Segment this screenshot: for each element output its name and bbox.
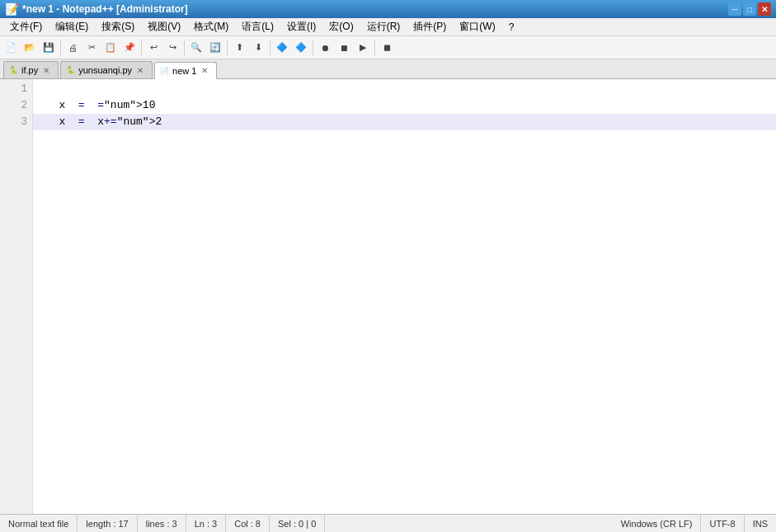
menu-item-l[interactable]: 语言(L) xyxy=(235,18,280,35)
menu-bar: 文件(F)编辑(E)搜索(S)视图(V)格式(M)语言(L)设置(I)宏(O)运… xyxy=(0,18,776,36)
status-bar: Normal text file length : 17 lines : 3 L… xyxy=(0,514,776,532)
title-bar: 📝 *new 1 - Notepad++ [Administrator] ─ □… xyxy=(0,0,776,18)
status-encoding: Windows (CR LF) xyxy=(613,515,702,532)
toolbar-btn-find[interactable]: 🔍 xyxy=(187,39,205,57)
editor-area: 123 x = ="num">10 x = x+="num">2 xyxy=(0,79,776,514)
code-line: x = ="num">10 xyxy=(33,97,776,114)
menu-item-[interactable]: ? xyxy=(502,20,521,35)
status-filetype: Normal text file xyxy=(0,515,78,532)
toolbar: 📄📂💾🖨✂📋📌↩↪🔍🔄⬆⬇🔷🔷⏺⏹▶◼ xyxy=(0,36,776,59)
maximize-button[interactable]: □ xyxy=(743,2,756,16)
status-sel: Sel : 0 | 0 xyxy=(270,515,325,532)
toolbar-btn-save[interactable]: 💾 xyxy=(40,39,58,57)
line-numbers: 123 xyxy=(0,79,33,514)
toolbar-btn-play[interactable]: ▶ xyxy=(354,39,372,57)
toolbar-btn-redo[interactable]: ↪ xyxy=(163,39,181,57)
tab-ifpy[interactable]: 🐍if.py✕ xyxy=(3,61,59,78)
menu-item-m[interactable]: 格式(M) xyxy=(187,18,235,35)
tab-label: new 1 xyxy=(172,66,196,76)
menu-item-s[interactable]: 搜索(S) xyxy=(95,18,141,35)
toolbar-btn-paste[interactable]: 📌 xyxy=(120,39,139,57)
toolbar-btn-print[interactable]: 🖨 xyxy=(63,39,82,57)
menu-item-f[interactable]: 文件(F) xyxy=(3,18,49,35)
toolbar-btn-record[interactable]: ⏺ xyxy=(316,39,334,57)
status-ln: Ln : 3 xyxy=(186,515,227,532)
menu-item-r[interactable]: 运行(R) xyxy=(360,18,407,35)
tab-label: yunsuanqi.py xyxy=(78,65,132,75)
title-bar-controls[interactable]: ─ □ ✕ xyxy=(728,2,771,16)
toolbar-separator xyxy=(184,40,185,55)
code-line: x = x+="num">2 xyxy=(33,114,776,130)
toolbar-btn-zoom-out[interactable]: 🔷 xyxy=(292,39,310,57)
minimize-button[interactable]: ─ xyxy=(728,2,741,16)
text-file-icon: 📄 xyxy=(160,67,169,75)
toolbar-btn-replace[interactable]: 🔄 xyxy=(206,39,224,57)
code-content[interactable]: x = ="num">10 x = x+="num">2 xyxy=(33,79,776,514)
code-line xyxy=(33,81,776,97)
menu-item-v[interactable]: 视图(V) xyxy=(141,18,187,35)
menu-item-p[interactable]: 插件(P) xyxy=(407,18,453,35)
toolbar-separator xyxy=(374,40,375,55)
tab-label: if.py xyxy=(21,65,38,75)
app-icon: 📝 xyxy=(5,2,19,16)
toolbar-separator xyxy=(60,40,61,55)
tab-close-button[interactable]: ✕ xyxy=(135,65,145,75)
menu-item-w[interactable]: 窗口(W) xyxy=(453,18,501,35)
python-file-icon: 🐍 xyxy=(9,66,18,74)
toolbar-separator xyxy=(270,40,270,55)
toolbar-btn-new[interactable]: 📄 xyxy=(2,39,20,57)
window-title: *new 1 - Notepad++ [Administrator] xyxy=(22,3,188,15)
menu-item-e[interactable]: 编辑(E) xyxy=(49,18,95,35)
close-button[interactable]: ✕ xyxy=(758,2,771,16)
menu-item-o[interactable]: 宏(O) xyxy=(322,18,360,35)
toolbar-btn-up[interactable]: ⬆ xyxy=(230,39,248,57)
python-file-icon: 🐍 xyxy=(66,66,75,74)
status-charset: UTF-8 xyxy=(701,515,744,532)
toolbar-btn-open[interactable]: 📂 xyxy=(21,39,39,57)
line-number: 3 xyxy=(0,114,27,130)
status-lines: lines : 3 xyxy=(138,515,186,532)
tab-close-button[interactable]: ✕ xyxy=(200,66,209,76)
toolbar-btn-undo[interactable]: ↩ xyxy=(144,39,162,57)
toolbar-separator xyxy=(313,40,313,55)
line-number: 1 xyxy=(0,81,27,97)
toolbar-btn-stop[interactable]: ⏹ xyxy=(335,39,353,57)
title-bar-left: 📝 *new 1 - Notepad++ [Administrator] xyxy=(5,2,188,16)
tab-close-button[interactable]: ✕ xyxy=(41,65,51,75)
status-ins: INS xyxy=(745,515,776,532)
status-col: Col : 8 xyxy=(226,515,270,532)
toolbar-btn-down[interactable]: ⬇ xyxy=(249,39,267,57)
toolbar-separator xyxy=(227,40,228,55)
menu-item-i[interactable]: 设置(I) xyxy=(280,18,322,35)
toolbar-btn-macro[interactable]: ◼ xyxy=(378,39,396,57)
tabs-bar: 🐍if.py✕🐍yunsuanqi.py✕📄new 1✕ xyxy=(0,59,776,79)
status-length: length : 17 xyxy=(78,515,137,532)
toolbar-separator xyxy=(141,40,142,55)
line-number: 2 xyxy=(0,97,27,114)
tab-yunsuanqipy[interactable]: 🐍yunsuanqi.py✕ xyxy=(60,61,153,78)
toolbar-btn-cut[interactable]: ✂ xyxy=(82,39,101,57)
tab-new1[interactable]: 📄new 1✕ xyxy=(154,62,217,79)
toolbar-btn-zoom-in[interactable]: 🔷 xyxy=(273,39,291,57)
toolbar-btn-copy[interactable]: 📋 xyxy=(101,39,120,57)
